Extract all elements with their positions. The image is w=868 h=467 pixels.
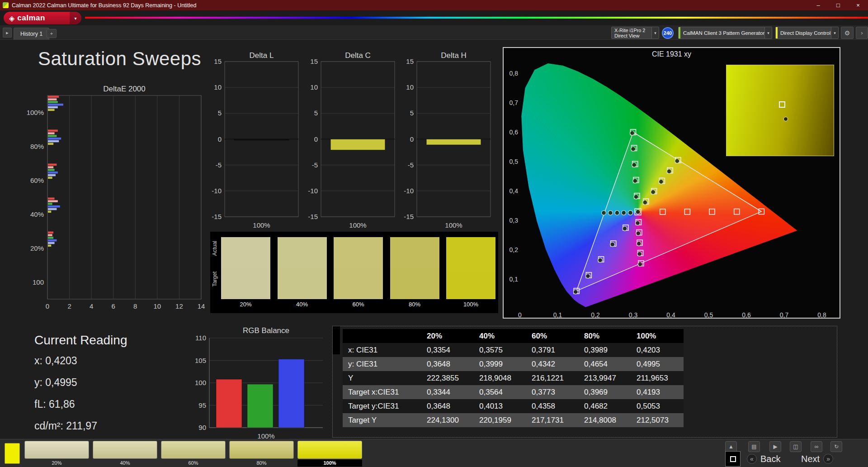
deltae-bar xyxy=(48,169,55,171)
cie-x-tick: 0,6 xyxy=(740,311,753,319)
rgb-bar-blue xyxy=(278,359,304,428)
more-options-button[interactable]: › xyxy=(856,27,868,39)
meter-dropdown[interactable]: X-Rite i1Pro 2 Direct View ▾ xyxy=(611,27,659,39)
link-button[interactable]: ∞ xyxy=(811,441,822,452)
svg-text:15: 15 xyxy=(406,57,414,65)
cie-measured-yellow xyxy=(651,190,656,194)
table-cell: 0,5053 xyxy=(631,399,684,413)
actual-swatch xyxy=(334,237,383,268)
deltae-bar xyxy=(48,96,59,98)
svg-text:10: 10 xyxy=(406,83,414,91)
target-swatch xyxy=(221,268,270,299)
delta-h-chart: Delta H151050-5-10-15100% xyxy=(397,52,494,233)
delta-bar xyxy=(426,139,481,145)
pattern-swatch-button[interactable]: 20% xyxy=(24,441,89,466)
pattern-swatch-button[interactable]: 40% xyxy=(93,441,157,466)
table-header-cell: 60% xyxy=(526,329,579,343)
actual-target-swatch-panel: ActualTarget20%40%60%80%100% xyxy=(210,232,498,313)
minimize-button[interactable]: – xyxy=(808,0,828,10)
rainbow-strip xyxy=(85,17,868,19)
cie-measured-green xyxy=(634,195,638,199)
close-button[interactable]: × xyxy=(848,0,868,10)
deltae-bar xyxy=(48,198,55,200)
panel-expand-button[interactable]: ▸ xyxy=(3,28,12,38)
table-cell: 0,3989 xyxy=(579,343,631,357)
refresh-button[interactable]: ↻ xyxy=(830,441,842,452)
current-color-swatch xyxy=(5,443,20,464)
target-swatch xyxy=(446,268,495,299)
cie-measured-yellow xyxy=(659,180,663,184)
chevron-down-icon[interactable]: ▾ xyxy=(651,27,659,38)
chevron-down-icon[interactable]: ▾ xyxy=(70,12,81,24)
svg-text:60%: 60% xyxy=(30,176,44,184)
chevron-down-icon[interactable]: ▾ xyxy=(831,27,838,38)
app-icon xyxy=(3,2,9,8)
svg-text:100%: 100% xyxy=(253,221,270,229)
cie-measured-green xyxy=(633,179,637,183)
svg-text:-15: -15 xyxy=(308,213,318,220)
svg-text:20%: 20% xyxy=(30,244,44,252)
deltae-bar xyxy=(48,245,51,247)
pattern-window-button[interactable] xyxy=(725,451,741,467)
table-row-label: Target Y xyxy=(343,413,421,427)
table-cell: 0,3648 xyxy=(421,357,474,371)
svg-text:0: 0 xyxy=(218,135,222,143)
current-reading-line: x: 0,4203 xyxy=(34,355,127,367)
svg-text:4: 4 xyxy=(90,302,93,310)
pattern-generator-dropdown[interactable]: CalMAN Client 3 Pattern Generator ▾ xyxy=(678,27,772,39)
cie-measured-green xyxy=(632,162,637,167)
next-button[interactable]: Next » xyxy=(801,452,833,466)
table-header-cell: 100% xyxy=(631,329,684,343)
chevron-down-icon[interactable]: ▾ xyxy=(764,27,772,38)
display-control-dropdown[interactable]: Direct Display Control ▾ xyxy=(775,27,839,39)
table-row: Target Y224,1300220,1959217,1731214,8008… xyxy=(343,413,684,427)
actual-swatch xyxy=(221,237,270,268)
cie-measured-magenta xyxy=(637,252,642,256)
pattern-swatch-button[interactable]: 80% xyxy=(229,441,294,466)
deltae-bar xyxy=(48,203,52,205)
bottom-bar: 20%40%60%80%100% ▲▤▶◫∞↻ « Back Next » xyxy=(0,439,868,467)
svg-text:Delta L: Delta L xyxy=(250,52,274,60)
deltae-bar xyxy=(48,242,55,244)
pattern-swatch-button[interactable]: 100% xyxy=(297,441,362,466)
cie-measured-yellow xyxy=(667,169,671,174)
deltae-bar xyxy=(48,232,53,234)
pattern-generator-label: CalMAN Client 3 Pattern Generator xyxy=(680,27,764,38)
cie-x-tick: 0,8 xyxy=(815,311,829,319)
table-cell: 217,1731 xyxy=(526,413,579,427)
maximize-button[interactable]: □ xyxy=(828,0,848,10)
scroll-up-button[interactable]: ▲ xyxy=(725,441,737,452)
deltae-bar xyxy=(48,166,53,168)
svg-text:Delta C: Delta C xyxy=(345,52,371,60)
settings-button[interactable]: ⚙ xyxy=(841,27,854,39)
pattern-swatch-button[interactable]: 60% xyxy=(161,441,226,466)
cie-y-tick: 0,2 xyxy=(505,246,518,253)
pattern-window-icon xyxy=(730,456,736,462)
table-cell: 0,4342 xyxy=(526,357,579,371)
table-header-cell: 20% xyxy=(421,329,474,343)
cie-measured-cyan xyxy=(608,210,613,215)
svg-text:-15: -15 xyxy=(404,213,414,220)
add-tab-button[interactable]: + xyxy=(47,29,57,38)
cie-measured-blue xyxy=(598,258,603,262)
measurement-table-panel: 20%40%60%80%100%x: CIE310,33540,35750,37… xyxy=(332,326,837,438)
play-button[interactable]: ▶ xyxy=(769,441,781,452)
table-cell: 211,9653 xyxy=(631,371,684,385)
table-cell: 0,3969 xyxy=(579,385,631,399)
svg-text:110: 110 xyxy=(195,334,206,342)
cie-measured-cyan xyxy=(628,210,632,215)
svg-text:100%: 100% xyxy=(349,221,366,229)
svg-text:12: 12 xyxy=(175,302,183,310)
cie-measured-magenta xyxy=(638,262,642,267)
swatch-column-label: 20% xyxy=(221,301,270,308)
table-drag-handle[interactable] xyxy=(333,326,340,354)
cie-1931-panel: CIE 1931 xy 00,10,20,30,40,50,60,70,80,8… xyxy=(503,47,840,319)
back-button[interactable]: « Back xyxy=(747,452,780,466)
dock-button[interactable]: ◫ xyxy=(790,441,802,452)
delete-button[interactable]: ▤ xyxy=(748,441,760,452)
tab-history-1[interactable]: History 1 xyxy=(14,28,49,40)
calman-menu-button[interactable]: ◈ calman ▾ xyxy=(4,12,81,24)
cie-zoom-inset xyxy=(726,65,834,156)
deltae-bar xyxy=(48,135,57,137)
cie-y-tick: 0,6 xyxy=(505,129,518,136)
